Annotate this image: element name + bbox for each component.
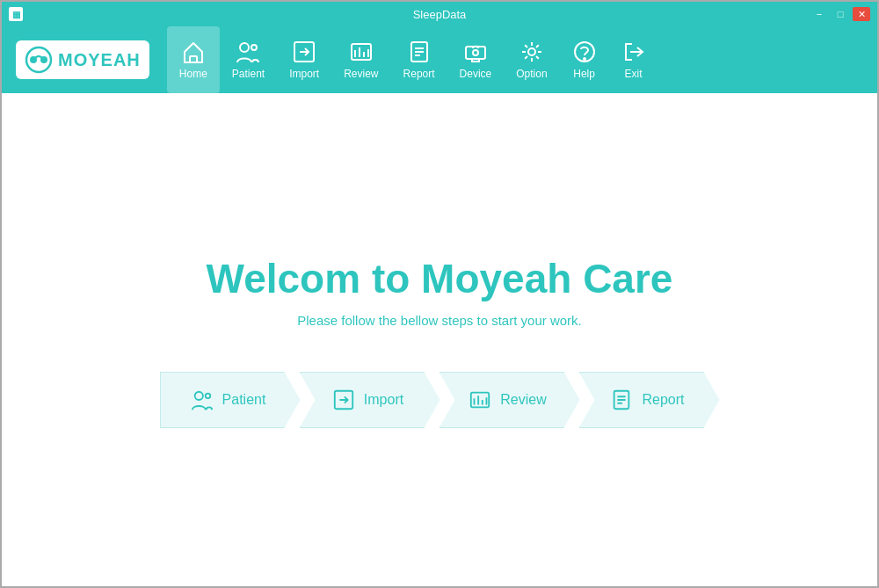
report-icon xyxy=(407,40,432,64)
help-label: Help xyxy=(573,68,595,80)
window-title: SleepData xyxy=(413,8,467,21)
welcome-subtitle: Please follow the bellow steps to start … xyxy=(297,313,581,328)
import-icon xyxy=(292,40,316,64)
logo-box: MOYEAH xyxy=(16,40,149,79)
toolbar-item-exit[interactable]: Exit xyxy=(609,26,658,93)
svg-point-11 xyxy=(528,48,535,55)
toolbar-item-patient[interactable]: Patient xyxy=(220,26,277,93)
logo-icon xyxy=(25,46,53,74)
step-report-icon xyxy=(610,388,633,411)
device-label: Device xyxy=(460,68,492,80)
logo-text: MOYEAH xyxy=(58,50,141,70)
main-content: Welcom to Moyeah Care Please follow the … xyxy=(2,93,877,588)
toolbar-item-review[interactable]: Review xyxy=(331,26,390,93)
title-bar-left: ▦ xyxy=(9,7,23,21)
svg-point-14 xyxy=(194,392,202,400)
option-icon xyxy=(519,40,544,64)
welcome-title: Welcom to Moyeah Care xyxy=(207,255,673,302)
svg-point-4 xyxy=(240,43,249,52)
review-icon xyxy=(349,40,374,64)
step-patient-icon xyxy=(191,388,214,411)
step-review-label: Review xyxy=(500,392,546,408)
report-label: Report xyxy=(403,68,435,80)
title-bar: ▦ SleepData − □ ✕ xyxy=(2,2,877,26)
step-report[interactable]: Report xyxy=(579,372,720,428)
step-import-label: Import xyxy=(364,392,403,408)
exit-label: Exit xyxy=(625,68,643,80)
patient-icon xyxy=(236,40,260,64)
svg-point-15 xyxy=(205,394,210,399)
home-label: Home xyxy=(179,68,207,80)
step-patient-label: Patient xyxy=(222,392,266,408)
exit-icon xyxy=(621,40,646,64)
step-review[interactable]: Review xyxy=(440,372,580,428)
step-import-icon xyxy=(332,388,355,411)
restore-button[interactable]: □ xyxy=(832,7,849,21)
step-report-label: Report xyxy=(642,392,684,408)
option-label: Option xyxy=(516,68,547,80)
window-controls: − □ ✕ xyxy=(810,7,870,21)
minimize-button[interactable]: − xyxy=(810,7,828,21)
svg-point-5 xyxy=(251,45,257,50)
toolbar-item-report[interactable]: Report xyxy=(391,26,447,93)
review-label: Review xyxy=(344,68,378,80)
toolbar-item-device[interactable]: Device xyxy=(447,26,505,93)
svg-point-10 xyxy=(473,50,478,55)
home-icon xyxy=(181,40,206,64)
toolbar-item-help[interactable]: Help xyxy=(560,26,609,93)
device-icon xyxy=(463,40,488,64)
logo: MOYEAH xyxy=(5,26,160,93)
toolbar-item-import[interactable]: Import xyxy=(277,26,331,93)
app-icon: ▦ xyxy=(9,7,23,21)
step-review-icon xyxy=(469,388,491,411)
toolbar-item-option[interactable]: Option xyxy=(504,26,559,93)
svg-rect-9 xyxy=(466,47,485,59)
close-button[interactable]: ✕ xyxy=(853,7,870,21)
step-import[interactable]: Import xyxy=(300,372,440,428)
svg-rect-3 xyxy=(190,56,197,62)
svg-point-13 xyxy=(584,58,585,60)
toolbar: MOYEAH Home Patient Import xyxy=(2,26,877,93)
steps-row: Patient Import Review xyxy=(160,372,720,428)
help-icon xyxy=(572,40,597,64)
patient-label: Patient xyxy=(232,68,265,80)
toolbar-item-home[interactable]: Home xyxy=(167,26,220,93)
step-patient[interactable]: Patient xyxy=(160,372,301,428)
import-label: Import xyxy=(289,68,319,80)
